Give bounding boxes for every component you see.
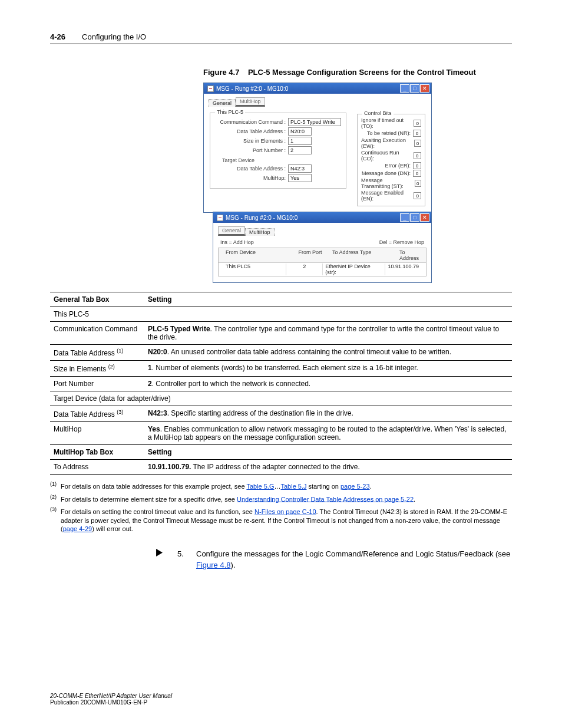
msg-config-general-window: MSG - Rung #2:0 - MG10:0 _ □ ✕ General M… (203, 83, 432, 213)
col-to-addr-type: To Address Type (330, 249, 397, 261)
page-number: 4-26 (50, 32, 65, 41)
link-understanding-addresses[interactable]: Understanding Controller Data Table Addr… (237, 495, 414, 502)
row-port-number-label: Port Number (50, 377, 144, 391)
bit-label: Awaiting Execution (EW): (361, 137, 412, 149)
figure-caption: Figure 4.7 PLC-5 Message Configuration S… (203, 68, 512, 77)
maximize-icon[interactable]: □ (410, 213, 419, 222)
multihop-table: From Device From Port To Address Type To… (218, 248, 427, 276)
close-icon[interactable]: ✕ (420, 213, 429, 222)
manual-title: 20-COMM-E EtherNet/IP Adapter User Manua… (50, 693, 172, 699)
bit-label: Message Transmitting (ST): (361, 177, 412, 189)
data-table-addr-label: Data Table Address : (215, 129, 286, 134)
minimize-icon[interactable]: _ (400, 84, 409, 93)
bit-value[interactable]: 0 (413, 170, 421, 177)
tab-multihop[interactable]: MultiHop (245, 228, 275, 236)
publication-number: Publication 20COMM-UM010G-EN-P (50, 699, 172, 706)
msg-config-multihop-window: MSG - Rung #2:0 - MG10:0 _ □ ✕ General M… (213, 212, 432, 283)
link-table-5g[interactable]: Table 5.G (246, 483, 274, 490)
bit-label: Error (ER): (385, 163, 411, 169)
title-bar: MSG - Rung #2:0 - MG10:0 _ □ ✕ (204, 83, 431, 94)
link-nfiles[interactable]: N-Files on page C-10 (254, 508, 316, 515)
size-elements-field[interactable]: 1 (288, 137, 312, 145)
figure-title: PLC-5 Message Configuration Screens for … (248, 68, 476, 77)
row-port-number-setting: 2. Controller port to which the network … (144, 377, 512, 391)
cell-from-port: 2 (286, 263, 322, 275)
bit-value[interactable]: 0 (413, 130, 421, 137)
del-remove-hop-label: Del = Remove Hop (379, 239, 424, 245)
header-setting-2: Setting (144, 445, 512, 460)
row-size-elements-label: Size in Elements (2) (50, 361, 144, 377)
close-icon[interactable]: ✕ (420, 84, 429, 93)
comm-command-field[interactable]: PLC-5 Typed Write (288, 118, 341, 126)
settings-table: General Tab Box Setting This PLC-5 Commu… (50, 292, 512, 475)
bit-label: Message Enabled (EN): (361, 190, 411, 202)
page-footer: 20-COMM-E EtherNet/IP Adapter User Manua… (50, 693, 172, 706)
row-multihop-label: MultiHop (50, 422, 144, 445)
window-title: MSG - Rung #2:0 - MG10:0 (226, 215, 297, 221)
rung-icon (217, 215, 223, 221)
control-bits-title: Control Bits (362, 110, 394, 116)
maximize-icon[interactable]: □ (410, 84, 419, 93)
col-from-port: From Port (290, 249, 330, 261)
row-comm-command-label: Communication Command (50, 322, 144, 345)
row-multihop-setting: Yes. Enables communication to allow netw… (144, 422, 512, 445)
multihop-field[interactable]: Yes (288, 174, 312, 182)
chapter-title: Configuring the I/O (82, 32, 146, 41)
bit-label: Continuous Run (CO): (361, 150, 411, 162)
minimize-icon[interactable]: _ (400, 213, 409, 222)
step-number: 5. (177, 549, 189, 571)
header-general-tab-box: General Tab Box (50, 292, 144, 307)
bit-value[interactable]: 0 (413, 162, 421, 169)
tab-multihop[interactable]: MultiHop (236, 97, 265, 107)
target-device-subtitle: Target Device (215, 156, 341, 163)
tab-general[interactable]: General (218, 226, 245, 236)
play-triangle-icon (156, 549, 170, 571)
bit-value[interactable]: 0 (415, 180, 421, 187)
bit-label: Ignore if timed out (TO): (361, 117, 411, 129)
ins-add-hop-label: Ins = Add Hop (220, 239, 254, 245)
row-to-address-setting: 10.91.100.79. The IP address of the adap… (144, 460, 512, 475)
svg-marker-0 (156, 549, 163, 556)
tab-general[interactable]: General (209, 99, 236, 107)
port-number-field[interactable]: 2 (288, 146, 312, 154)
row-size-elements-setting: 1. Number of elements (words) to be tran… (144, 361, 512, 377)
row-to-address-label: To Address (50, 460, 144, 475)
group-title-thisplc: This PLC-5 (215, 109, 245, 115)
bit-value[interactable]: 0 (414, 140, 421, 147)
target-dta-field[interactable]: N42:3 (288, 164, 312, 173)
target-dta-label: Data Table Address : (215, 166, 286, 172)
col-from-device: From Device (223, 249, 290, 261)
step-text: Configure the messages for the Logic Com… (196, 549, 512, 571)
bit-value[interactable]: 0 (414, 152, 421, 159)
link-figure-4-8[interactable]: Figure 4.8 (196, 561, 231, 569)
bit-value[interactable]: 0 (414, 120, 421, 127)
link-page-4-29[interactable]: page 4-29 (63, 525, 92, 532)
header-multihop-tab-box: MultiHop Tab Box (50, 445, 144, 460)
this-plc5-group: This PLC-5 Communication Command : PLC-5… (210, 113, 346, 189)
row-data-table-addr-label: Data Table Address (1) (50, 345, 144, 361)
footnote-1: (1) For details on data table addresses … (50, 480, 512, 491)
rung-icon (207, 85, 214, 92)
header-setting: Setting (144, 292, 512, 307)
footnote-3: (3) For details on setting the control t… (50, 506, 512, 533)
row-target-dta-label: Data Table Address (3) (50, 406, 144, 422)
footnote-2: (2) For details to determine element siz… (50, 493, 512, 504)
row-comm-command-setting: PLC-5 Typed Write. The controller type a… (144, 322, 512, 345)
figure-label: Figure 4.7 (203, 68, 239, 77)
page-header: 4-26 Configuring the I/O (50, 32, 512, 44)
col-to-address: To Address (397, 249, 421, 261)
footnotes: (1) For details on data table addresses … (50, 480, 512, 533)
row-target-dta-setting: N42:3. Specific starting address of the … (144, 406, 512, 422)
table-row[interactable]: This PLC5 2 EtherNet IP Device (str): 10… (219, 263, 426, 276)
link-table-5j[interactable]: Table 5.J (280, 483, 306, 490)
comm-command-label: Communication Command : (215, 119, 286, 125)
cell-to-address: 10.91.100.79 (385, 263, 421, 275)
multihop-label: MultiHop: (215, 175, 286, 181)
port-number-label: Port Number : (215, 147, 286, 153)
title-bar: MSG - Rung #2:0 - MG10:0 _ □ ✕ (213, 212, 431, 223)
bit-value[interactable]: 0 (414, 192, 421, 199)
data-table-addr-field[interactable]: N20:0 (288, 127, 312, 136)
control-bits-group: Control Bits Ignore if timed out (TO):0 … (357, 114, 425, 206)
window-title: MSG - Rung #2:0 - MG10:0 (216, 85, 288, 92)
link-page-5-23[interactable]: page 5-23 (340, 483, 370, 490)
